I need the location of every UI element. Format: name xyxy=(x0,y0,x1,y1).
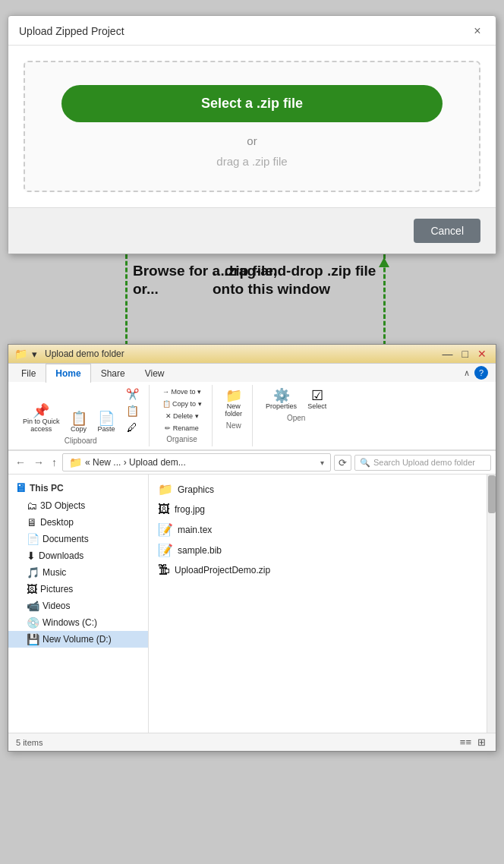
main-wrapper: Upload Zipped Project × Select a .zip fi… xyxy=(8,15,496,752)
3d-objects-label: 3D Objects xyxy=(40,500,85,511)
file-name: sample.bib xyxy=(178,545,222,556)
downloads-label: Downloads xyxy=(39,550,83,561)
help-button[interactable]: ? xyxy=(474,366,488,380)
forward-button[interactable]: → xyxy=(31,455,46,470)
new-group: 📁 Newfolder New xyxy=(216,385,254,446)
pin-to-quick-access-button[interactable]: 📌 Pin to Quickaccess xyxy=(19,402,64,435)
windows-c-icon: 💿 xyxy=(27,616,39,629)
search-placeholder: Search Upload demo folder xyxy=(373,458,475,467)
scrollbar-track[interactable] xyxy=(487,475,496,733)
ribbon-tabs: File Home Share View ∧ ? xyxy=(8,364,496,382)
properties-button[interactable]: ⚙️ Properties xyxy=(262,386,301,412)
tree-item-videos[interactable]: 📹 Videos xyxy=(8,598,148,614)
refresh-button[interactable]: ⟳ xyxy=(334,455,351,471)
rename-button[interactable]: ✏ Rename xyxy=(159,423,206,434)
right-dashed-line xyxy=(383,254,386,345)
file-item[interactable]: 🖼 frog.jpg xyxy=(152,500,493,519)
file-item[interactable]: 📁 Graphics xyxy=(152,479,493,500)
quick-access-icon: ▾ xyxy=(32,348,37,360)
tab-home[interactable]: Home xyxy=(46,364,90,383)
address-breadcrumb: « New ... › Upload dem... xyxy=(85,457,186,468)
organise-label: Organise xyxy=(166,435,197,443)
desktop-label: Desktop xyxy=(40,517,74,528)
cut-icon: ✂️ xyxy=(126,388,139,400)
cancel-button[interactable]: Cancel xyxy=(414,219,480,243)
tab-view[interactable]: View xyxy=(135,364,175,383)
tab-file[interactable]: File xyxy=(11,364,46,383)
copy-button[interactable]: 📋 Copy xyxy=(67,409,91,435)
file-list[interactable]: 📁 Graphics 🖼 frog.jpg 📝 main.tex 📝 sampl… xyxy=(149,475,496,733)
ribbon: File Home Share View ∧ ? 📌 Pin to Quicka… xyxy=(8,364,496,451)
copy-to-button[interactable]: 📋 Copy to ▾ xyxy=(159,399,206,409)
search-field[interactable]: 🔍 Search Upload demo folder xyxy=(354,455,491,471)
right-callout: ...drag-and-drop .zip file onto this win… xyxy=(213,262,380,298)
new-items: 📁 Newfolder xyxy=(222,386,247,420)
videos-icon: 📹 xyxy=(27,600,39,612)
move-to-button[interactable]: → Move to ▾ xyxy=(159,386,206,397)
or-text: or xyxy=(40,134,464,147)
maximize-button[interactable]: □ xyxy=(459,348,471,359)
file-item[interactable]: 🗜 UploadProjectDemo.zip xyxy=(152,560,493,580)
folder-icon-title: 📁 xyxy=(14,348,27,360)
music-icon: 🎵 xyxy=(27,566,39,579)
dialog-body: Select a .zip file or drag a .zip file xyxy=(8,46,496,207)
pin-icon: 📌 xyxy=(33,404,49,418)
select-button[interactable]: ☑ Select xyxy=(304,386,330,412)
explorer-body: 🖥 This PC 🗂 3D Objects 🖥 Desktop 📄 Docum… xyxy=(8,475,496,733)
explorer-titlebar: 📁 ▾ Upload demo folder — □ ✕ xyxy=(8,345,496,364)
paste-button[interactable]: 📄 Paste xyxy=(94,409,119,435)
delete-button[interactable]: ✕ Delete ▾ xyxy=(159,411,206,421)
scrollbar-thumb[interactable] xyxy=(488,475,496,513)
drop-zone[interactable]: Select a .zip file or drag a .zip file xyxy=(24,61,480,192)
address-field[interactable]: 📁 « New ... › Upload dem... ▾ xyxy=(62,453,331,471)
tree-item-music[interactable]: 🎵 Music xyxy=(8,564,148,581)
open-label: Open xyxy=(287,414,305,422)
close-window-button[interactable]: ✕ xyxy=(474,348,490,359)
paste-shortcut-button[interactable]: 🖊 xyxy=(122,420,143,435)
select-zip-button[interactable]: Select a .zip file xyxy=(61,85,443,122)
tree-item-desktop[interactable]: 🖥 Desktop xyxy=(8,514,148,531)
new-folder-button[interactable]: 📁 Newfolder xyxy=(222,386,247,420)
tree-item-documents[interactable]: 📄 Documents xyxy=(8,531,148,547)
file-item[interactable]: 📝 main.tex xyxy=(152,519,493,540)
copy-icon: 📋 xyxy=(71,412,87,425)
dialog-footer: Cancel xyxy=(8,207,496,254)
up-button[interactable]: ↑ xyxy=(49,455,59,470)
upload-dialog: Upload Zipped Project × Select a .zip fi… xyxy=(8,15,496,254)
open-items: ⚙️ Properties ☑ Select xyxy=(262,386,330,412)
drag-text: drag a .zip file xyxy=(40,155,464,168)
tab-share[interactable]: Share xyxy=(91,364,135,383)
back-button[interactable]: ← xyxy=(13,455,28,470)
explorer-title-text: Upload demo folder xyxy=(45,348,124,359)
grid-view-button[interactable]: ⊞ xyxy=(475,736,488,749)
view-buttons: ≡≡ ⊞ xyxy=(458,736,488,749)
tree-item-windows-c[interactable]: 💿 Windows (C:) xyxy=(8,614,148,631)
file-name: main.tex xyxy=(178,525,212,535)
clipboard-label: Clipboard xyxy=(65,437,97,445)
new-folder-icon: 📁 xyxy=(225,389,242,402)
list-view-button[interactable]: ≡≡ xyxy=(458,736,474,749)
select-icon: ☑ xyxy=(311,389,323,402)
search-icon: 🔍 xyxy=(360,458,370,468)
file-item[interactable]: 📝 sample.bib xyxy=(152,540,493,560)
minimize-button[interactable]: — xyxy=(439,348,456,359)
file-icon: 📝 xyxy=(158,543,173,557)
tree-item-new-volume-d[interactable]: 💾 New Volume (D:) xyxy=(8,631,148,648)
pictures-label: Pictures xyxy=(40,584,73,594)
ribbon-content: 📌 Pin to Quickaccess 📋 Copy 📄 Paste xyxy=(8,382,496,450)
dialog-close-button[interactable]: × xyxy=(470,24,485,39)
address-bar: ← → ↑ 📁 « New ... › Upload dem... ▾ ⟳ 🔍 … xyxy=(8,451,496,475)
copy-path-button[interactable]: 📋 xyxy=(122,403,143,418)
annotation-area: Browse for a .zip file, or... ...drag-an… xyxy=(8,254,496,345)
dialog-title: Upload Zipped Project xyxy=(19,25,124,37)
file-items-container: 📁 Graphics 🖼 frog.jpg 📝 main.tex 📝 sampl… xyxy=(152,479,493,580)
tree-item-pictures[interactable]: 🖼 Pictures xyxy=(8,581,148,598)
file-icon: 📁 xyxy=(158,482,173,497)
clipboard-items: 📌 Pin to Quickaccess 📋 Copy 📄 Paste xyxy=(19,386,143,435)
tree-item-3d-objects[interactable]: 🗂 3D Objects xyxy=(8,497,148,514)
tree-item-downloads[interactable]: ⬇ Downloads xyxy=(8,547,148,564)
music-label: Music xyxy=(43,567,66,578)
tree-this-pc[interactable]: 🖥 This PC xyxy=(8,479,148,497)
cut-button[interactable]: ✂️ xyxy=(122,386,143,402)
address-dropdown-icon[interactable]: ▾ xyxy=(320,459,324,467)
